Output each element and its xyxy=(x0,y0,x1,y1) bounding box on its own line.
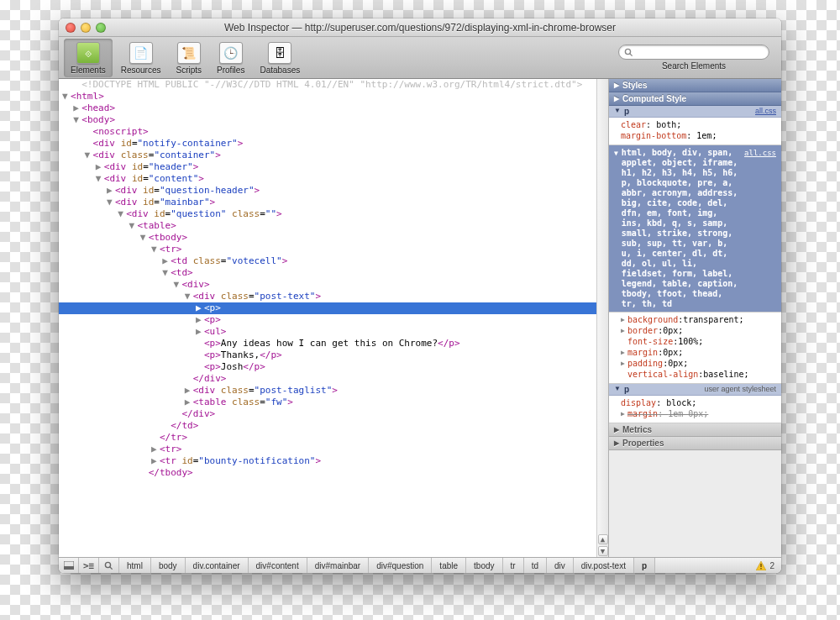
databases-tab[interactable]: 🗄 Databases xyxy=(253,39,307,77)
elements-icon: ⟐ xyxy=(76,42,100,64)
error-count[interactable]: 2 xyxy=(749,558,781,573)
rule-1-header[interactable]: ▼pall.css xyxy=(609,106,781,118)
search-label: Search Elements xyxy=(662,61,726,71)
svg-point-4 xyxy=(105,562,110,567)
scripts-tab[interactable]: 📜 Scripts xyxy=(170,39,209,77)
breadcrumb-body[interactable]: body xyxy=(151,558,186,573)
breadcrumb-tr[interactable]: tr xyxy=(503,558,524,573)
vertical-scrollbar[interactable]: ▲ ▼ xyxy=(596,79,608,557)
warning-icon xyxy=(756,561,766,570)
breadcrumb-div[interactable]: div xyxy=(547,558,574,573)
profiles-icon: 🕒 xyxy=(219,42,243,64)
search-input[interactable] xyxy=(633,47,764,57)
scroll-down-icon[interactable]: ▼ xyxy=(598,546,608,556)
svg-rect-7 xyxy=(761,568,762,569)
scripts-icon: 📜 xyxy=(177,42,201,64)
svg-point-0 xyxy=(625,49,630,54)
breadcrumb-div-post-text[interactable]: div.post-text xyxy=(574,558,634,573)
svg-line-5 xyxy=(110,566,113,569)
svg-rect-3 xyxy=(64,566,74,570)
rule-2-body[interactable]: ▶background: transparent; ▶border: 0px; … xyxy=(609,313,781,384)
breadcrumb-div-question[interactable]: div#question xyxy=(369,558,432,573)
rule-3-body[interactable]: display: block; ▶margin: 1em 0px; xyxy=(609,396,781,423)
breadcrumb-p[interactable]: p xyxy=(634,558,655,573)
titlebar: Web Inspector — http://superuser.com/que… xyxy=(59,18,781,37)
styles-section[interactable]: ▶Styles xyxy=(609,79,781,92)
main-area: <!DOCTYPE HTML PUBLIC "-//W3C//DTD HTML … xyxy=(59,79,781,557)
properties-section[interactable]: ▶Properties xyxy=(609,437,781,450)
statusbar: >≡ htmlbodydiv.containerdiv#contentdiv#m… xyxy=(59,557,781,573)
search-toggle-icon[interactable] xyxy=(99,558,119,573)
rule-2-header[interactable]: ▼html, body, div, span, applet, object, … xyxy=(609,145,781,313)
console-icon[interactable]: >≡ xyxy=(79,558,99,573)
selected-dom-node[interactable]: ▶<p> xyxy=(59,302,596,314)
breadcrumb-td[interactable]: td xyxy=(524,558,547,573)
databases-icon: 🗄 xyxy=(268,42,291,64)
breadcrumb-div-content[interactable]: div#content xyxy=(249,558,307,573)
resources-icon: 📄 xyxy=(129,42,153,64)
breadcrumb-tbody[interactable]: tbody xyxy=(466,558,502,573)
scroll-up-icon[interactable]: ▲ xyxy=(598,534,608,544)
svg-line-1 xyxy=(630,53,633,55)
profiles-tab[interactable]: 🕒 Profiles xyxy=(210,39,251,77)
svg-rect-6 xyxy=(761,564,762,567)
search-icon xyxy=(624,48,633,57)
rule-1-body[interactable]: clear: both; margin-bottom: 1em; xyxy=(609,118,781,145)
window-title: Web Inspector — http://superuser.com/que… xyxy=(59,22,781,34)
dock-icon[interactable] xyxy=(59,558,79,573)
search-input-wrap[interactable] xyxy=(618,45,769,60)
rule-3-header[interactable]: ▼puser agent stylesheet xyxy=(609,384,781,396)
metrics-section[interactable]: ▶Metrics xyxy=(609,423,781,437)
breadcrumb-table[interactable]: table xyxy=(432,558,466,573)
breadcrumb-div-mainbar[interactable]: div#mainbar xyxy=(307,558,369,573)
toolbar: ⟐ Elements 📄 Resources 📜 Scripts 🕒 Profi… xyxy=(59,37,781,79)
inspector-window: Web Inspector — http://superuser.com/que… xyxy=(59,18,781,573)
breadcrumb-html[interactable]: html xyxy=(119,558,151,573)
styles-panel: ▶Styles ▶Computed Style ▼pall.css clear:… xyxy=(609,79,781,557)
elements-tab[interactable]: ⟐ Elements xyxy=(64,39,113,77)
breadcrumb-div-container[interactable]: div.container xyxy=(186,558,249,573)
computed-section[interactable]: ▶Computed Style xyxy=(609,92,781,106)
dom-tree[interactable]: <!DOCTYPE HTML PUBLIC "-//W3C//DTD HTML … xyxy=(59,79,609,557)
resources-tab[interactable]: 📄 Resources xyxy=(114,39,168,77)
